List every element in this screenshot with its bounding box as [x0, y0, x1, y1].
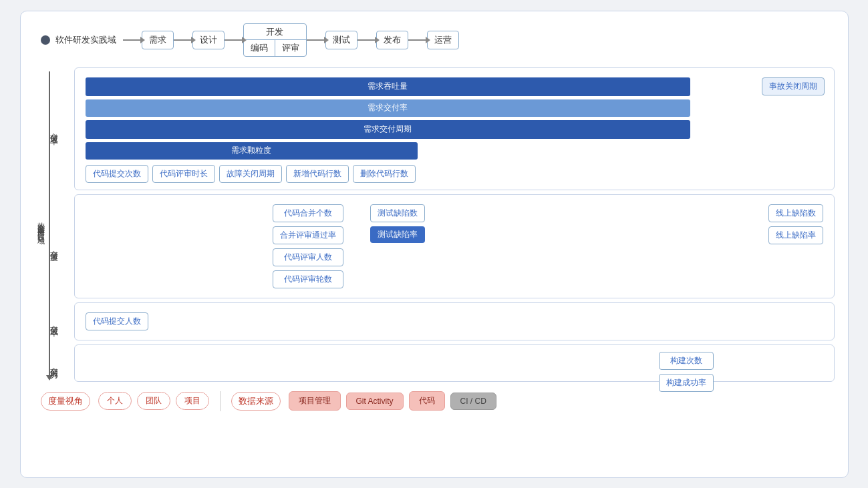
flow-develop-label: 开发: [244, 24, 306, 40]
delivery-ability-label: 交付能力: [48, 360, 59, 366]
quality-col-1: 代码合并个数 合并评审通过率 代码评审人数 代码评审轮数: [273, 204, 343, 288]
quality-col-2: 测试缺陷数 测试缺陷率: [370, 204, 425, 243]
chip-code-submitters: 代码提交人数: [86, 312, 148, 330]
chip-individual: 个人: [98, 392, 132, 410]
delivery-cost-label: 交付成本: [48, 318, 59, 324]
cost-content: 代码提交人数: [86, 312, 823, 330]
chip-test-defect-count: 测试缺陷数: [370, 204, 425, 222]
bottom-divider: [220, 391, 221, 411]
main-container: 软件研发实践域 需求 设计 开发 编码 评审 测试 发布 运营: [20, 11, 849, 478]
bar-row-3: 需求交付周期: [86, 120, 690, 139]
delivery-speed-panel: 交付速率 事故关闭周期 需求吞吐量 需求交付率: [74, 67, 835, 190]
chip-deleted-lines: 删除代码行数: [353, 165, 416, 183]
delivery-quality-panel: 交付质量 代码合并个数 合并评审通过率 代码评审人数 代码评审轮数 测试缺陷数 …: [74, 194, 835, 298]
chip-merge-count: 代码合并个数: [273, 204, 343, 222]
axis-line: [49, 71, 50, 375]
bars-container: 需求吞吐量 需求交付率 需求交付周期: [86, 77, 690, 160]
flow-arrow-5: [357, 39, 376, 41]
chip-code-commits: 代码提交次数: [86, 165, 148, 183]
chip-fault-close: 故障关闭周期: [219, 165, 282, 183]
bar-row-2: 需求交付率: [86, 99, 690, 117]
delivery-speed-label: 交付速率: [48, 126, 59, 132]
quality-content: 代码合并个数 合并评审通过率 代码评审人数 代码评审轮数 测试缺陷数 测试缺陷率…: [86, 204, 823, 288]
chip-build-success-rate: 构建成功率: [659, 374, 714, 392]
delivery-quality-label: 交付质量: [48, 244, 59, 249]
speed-chips-row: 代码提交次数 代码评审时长 故障关闭周期 新增代码行数 删除代码行数: [86, 165, 823, 183]
ability-content: 构建次数 构建成功率: [659, 352, 714, 392]
chip-review-duration: 代码评审时长: [152, 165, 215, 183]
chip-added-lines: 新增代码行数: [286, 165, 349, 183]
datasource-project-mgmt: 项目管理: [289, 391, 341, 411]
flow-box-develop: 开发 编码 评审: [243, 23, 307, 57]
flow-arrow-2: [174, 39, 192, 41]
flow-develop-code: 编码: [244, 40, 275, 56]
chip-online-defect-rate: 线上缺陷率: [768, 226, 823, 244]
flow-arrow-1: [123, 39, 142, 41]
data-source-badge: 数据来源: [231, 392, 281, 411]
chip-merge-pass-rate: 合并评审通过率: [273, 226, 343, 244]
bar-2: 需求交付率: [86, 99, 690, 117]
chip-team: 团队: [137, 392, 170, 410]
delivery-cost-panel: 交付成本 代码提交人数: [74, 302, 835, 340]
datasource-cicd: CI / CD: [450, 393, 496, 410]
data-source-section: 数据来源 项目管理 Git Activity 代码 CI / CD: [231, 391, 496, 411]
flow-arrow-4: [307, 39, 325, 41]
measure-view-badge: 度量视角: [41, 392, 90, 411]
datasource-code: 代码: [409, 391, 445, 411]
measure-view-section: 度量视角 个人 团队 项目: [41, 392, 209, 411]
flow-develop-review: 评审: [275, 40, 306, 56]
datasource-git-activity: Git Activity: [346, 393, 404, 410]
chip-online-defect-count: 线上缺陷数: [768, 204, 823, 222]
top-flow: 软件研发实践域 需求 设计 开发 编码 评审 测试 发布 运营: [41, 23, 835, 57]
bottom-bar: 度量视角 个人 团队 项目 数据来源 项目管理 Git Activity 代码 …: [34, 391, 835, 411]
left-axis: 效能度量应用于不同认知域: [34, 67, 74, 382]
bar-1: 需求吞吐量: [86, 77, 690, 96]
flow-box-ops: 运营: [427, 31, 459, 49]
bar-row-1: 需求吞吐量: [86, 77, 690, 96]
chip-project: 项目: [176, 392, 209, 410]
flow-arrow-3: [225, 39, 243, 41]
flow-box-test: 测试: [325, 31, 357, 49]
flow-arrow-6: [408, 39, 427, 41]
bar-3: 需求交付周期: [86, 120, 690, 139]
chip-review-rounds: 代码评审轮数: [273, 270, 343, 288]
quality-col-3: 线上缺陷数 线上缺陷率: [768, 204, 823, 244]
axis-label: 效能度量应用于不同认知域: [34, 216, 46, 232]
delivery-ability-panel: 交付能力 构建次数 构建成功率: [74, 344, 835, 382]
bar-row-4: 需求颗粒度: [86, 142, 690, 160]
chip-test-defect-rate: 测试缺陷率: [370, 226, 425, 243]
flow-box-release: 发布: [376, 31, 408, 49]
axis-arrow: [46, 375, 53, 381]
bar-4: 需求颗粒度: [86, 142, 418, 160]
chip-review-people: 代码评审人数: [273, 248, 343, 266]
flow-start-label: 软件研发实践域: [55, 34, 116, 46]
chip-build-count: 构建次数: [659, 352, 714, 370]
flow-start-dot: [41, 35, 50, 45]
flow-box-requirement: 需求: [142, 31, 174, 49]
flow-box-design: 设计: [192, 31, 225, 49]
right-badge-accident: 事故关闭周期: [762, 77, 825, 95]
